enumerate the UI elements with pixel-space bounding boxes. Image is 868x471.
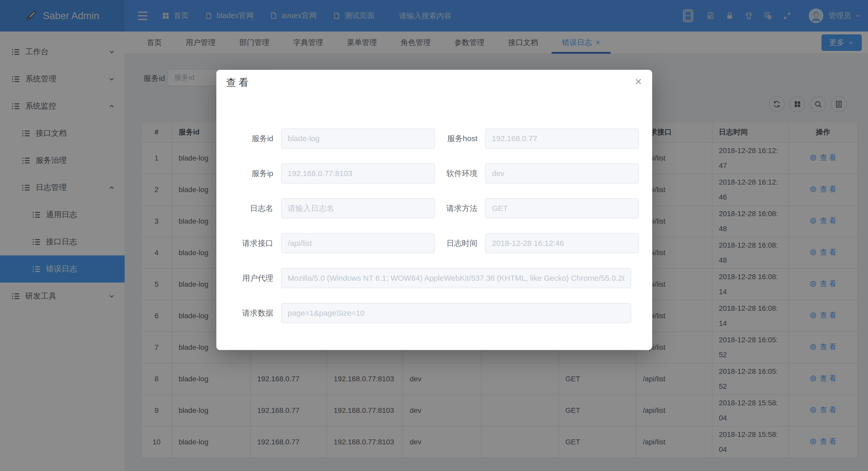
field-label: 软件环境	[435, 168, 485, 179]
field-input[interactable]	[281, 303, 631, 323]
field-label: 用户代理	[230, 273, 281, 284]
field-label: 日志名	[230, 203, 281, 214]
field-input[interactable]	[281, 268, 631, 288]
field-input[interactable]	[485, 198, 639, 218]
form-field: 服务ip	[230, 163, 435, 184]
field-label: 请求数据	[230, 308, 281, 318]
field-input[interactable]	[281, 163, 435, 184]
field-input[interactable]	[485, 163, 639, 184]
field-input[interactable]	[281, 233, 435, 253]
form-field: 软件环境	[435, 163, 639, 184]
dialog-title: 查 看	[226, 76, 249, 89]
field-input[interactable]	[281, 198, 435, 218]
field-label: 日志时间	[435, 238, 485, 249]
field-label: 请求方法	[435, 203, 485, 214]
field-input[interactable]	[485, 233, 639, 253]
field-input[interactable]	[485, 128, 639, 149]
field-label: 请求接口	[230, 238, 281, 249]
form-field: 请求数据	[230, 303, 652, 323]
form-field: 用户代理	[230, 268, 652, 288]
form-field: 服务id	[230, 128, 435, 149]
field-label: 服务ip	[230, 168, 281, 179]
field-input[interactable]	[281, 128, 435, 149]
form-field: 请求方法	[435, 198, 639, 218]
view-dialog: 查 看 × 服务id 服务host 服务ip 软件环境	[216, 70, 652, 350]
form-field: 日志名	[230, 198, 435, 218]
field-label: 服务host	[435, 133, 485, 144]
field-label: 服务id	[230, 133, 281, 144]
dialog-form: 服务id 服务host 服务ip 软件环境 日志名	[216, 128, 652, 338]
form-field: 请求接口	[230, 233, 435, 253]
form-field: 日志时间	[435, 233, 639, 253]
dialog-close-icon[interactable]: ×	[635, 75, 642, 87]
form-field: 服务host	[435, 128, 639, 149]
